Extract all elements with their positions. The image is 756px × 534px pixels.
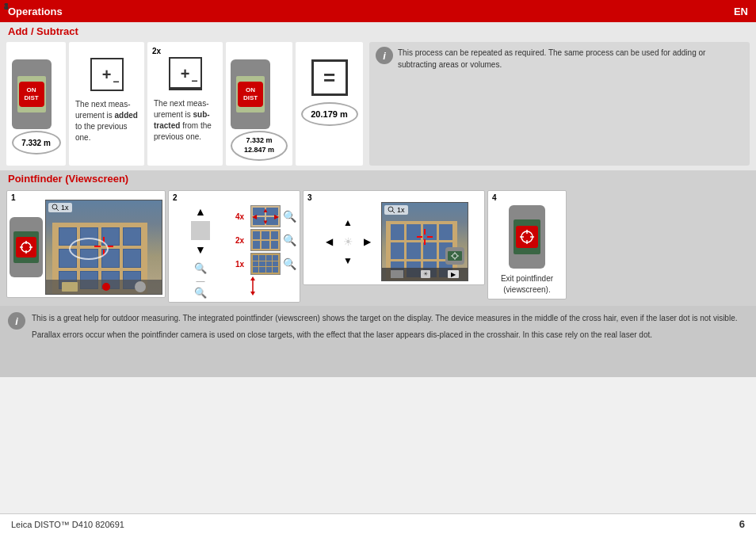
pointfinder-title: Pointfinder (Viewscreen) bbox=[8, 173, 748, 185]
add-subtract-steps: 1 ON DIST 7.332 m + bbox=[6, 42, 750, 166]
center-cross bbox=[191, 221, 210, 240]
add-subtract-section-header: Add / Subtract bbox=[0, 22, 756, 39]
arrow-right-3[interactable]: ▶ bbox=[357, 232, 376, 251]
pf-step-3-number: 3 bbox=[307, 193, 312, 202]
pf-step-4: 4 bbox=[487, 190, 567, 299]
device-screen-1: ON DIST bbox=[17, 76, 46, 113]
plus-icon-box: + − bbox=[90, 58, 124, 91]
mini-device-in-camera bbox=[445, 247, 464, 265]
sun-icon: ☀ bbox=[338, 232, 357, 251]
arrow-down-3[interactable]: ▼ bbox=[338, 251, 357, 270]
step-2-content: + − bbox=[90, 58, 124, 91]
add-subtract-section: 1 ON DIST 7.332 m + bbox=[0, 39, 756, 170]
device-screen-3: ON DIST bbox=[236, 76, 265, 113]
zoom-2x-row: 2x 🔍 bbox=[235, 229, 296, 251]
pointfinder-info-texts: This is a great help for outdoor measuri… bbox=[32, 312, 737, 341]
svg-marker-12 bbox=[250, 292, 255, 296]
header-title: Operations bbox=[8, 6, 63, 17]
target-icon-1 bbox=[16, 237, 36, 257]
arrow-up[interactable]: ▲ bbox=[191, 202, 210, 221]
target-svg-1 bbox=[18, 239, 34, 255]
pointfinder-info-box: i This is a great help for outdoor measu… bbox=[0, 306, 756, 377]
svg-line-19 bbox=[392, 211, 395, 213]
camera-controls-bar-3: ☀ ▶ bbox=[382, 268, 468, 280]
add-subtract-title: Add / Subtract bbox=[0, 22, 756, 39]
pf-device-1 bbox=[10, 217, 43, 277]
page-header: Operations EN bbox=[0, 0, 756, 22]
step-4-box: 4 = 20.179 m bbox=[296, 42, 363, 166]
step-2-box: + − The next meas-urement is added to th… bbox=[69, 42, 144, 166]
pf-step-1: 1 bbox=[6, 190, 166, 298]
footer-model: Leica DISTO™ D410 820691 bbox=[11, 520, 124, 529]
pf-device-screen-1 bbox=[13, 231, 39, 263]
svg-marker-11 bbox=[250, 277, 255, 280]
zoom-1x-row: 1x 🔍 bbox=[235, 253, 296, 275]
info-icon-2: i bbox=[8, 312, 25, 330]
arrow-down[interactable]: ▼ bbox=[191, 240, 210, 259]
arrow-cross-2: ▲ ▼ 🔍 — 🔍 bbox=[172, 202, 229, 299]
camera-crosshair-3 bbox=[417, 229, 433, 246]
step-4-number: 4 bbox=[4, 2, 9, 11]
on-dist-btn-3: ON DIST bbox=[238, 82, 263, 107]
device-illus-3: ON DIST bbox=[231, 59, 270, 129]
step-3-box: 3 ON DIST 7.332 m 12.847 m bbox=[226, 42, 292, 166]
result-bubble: 20.179 m bbox=[301, 102, 358, 126]
zoom-4x-thumb: ◀ ▶ ▲ ▼ bbox=[250, 205, 281, 227]
svg-line-10 bbox=[56, 208, 59, 211]
pf-step-3: 3 ▲ ◀ ☀ ▶ ▼ bbox=[303, 190, 485, 285]
zoom-1x-thumb bbox=[250, 253, 281, 275]
zoom-indicator-1: 1x bbox=[48, 203, 72, 212]
target-icon-4 bbox=[516, 226, 538, 248]
pf-step-2-number: 2 bbox=[173, 193, 178, 202]
search-icon-4x: 🔍 bbox=[283, 210, 296, 223]
pf-step-1-number: 1 bbox=[11, 193, 16, 202]
add-subtract-info-text: This process can be repeated as required… bbox=[398, 47, 743, 71]
pf-step-1-content: 1x bbox=[10, 200, 162, 295]
search-icon-2x: 🔍 bbox=[283, 234, 296, 246]
step-1-box: 1 ON DIST 7.332 m bbox=[6, 42, 66, 166]
step-4-content: = 20.179 m bbox=[301, 59, 358, 126]
pointfinder-info-text-2: Parallax errors occur when the pointfind… bbox=[32, 329, 737, 341]
zoom-indicator-3: 1x bbox=[384, 205, 408, 215]
step-2b-box: 2x + − The next meas-urement is sub-trac… bbox=[147, 42, 223, 166]
pf-step-3-content: ▲ ◀ ☀ ▶ ▼ bbox=[319, 202, 468, 281]
magnify-controls: 🔍 — 🔍 bbox=[194, 262, 207, 299]
page-footer: Leica DISTO™ D410 820691 6 bbox=[0, 513, 756, 534]
pf-device-4 bbox=[509, 205, 545, 269]
zoom-out-icon[interactable]: 🔍 bbox=[194, 287, 207, 299]
pf-step-4-number: 4 bbox=[492, 193, 497, 202]
camera-view-3: 1x ☀ ▶ bbox=[381, 202, 468, 281]
zoom-2x-thumb bbox=[250, 229, 281, 251]
svg-point-20 bbox=[452, 254, 457, 258]
exit-text: Exit pointfinder (viewscreen). bbox=[491, 273, 563, 296]
pf-step-2-content: ▲ ▼ 🔍 — 🔍 bbox=[172, 202, 296, 299]
pointfinder-steps: 1 bbox=[0, 187, 756, 306]
info-icon-1: i bbox=[376, 47, 393, 64]
step-3-device: ON DIST 7.332 m 12.847 m bbox=[231, 59, 288, 161]
device-illus-1: ON DIST bbox=[12, 59, 52, 129]
arrow-right[interactable] bbox=[210, 221, 229, 240]
arrow-up-3[interactable]: ▲ bbox=[338, 213, 357, 232]
equals-icon: = bbox=[311, 59, 348, 96]
footer-page: 6 bbox=[739, 518, 745, 530]
header-lang: EN bbox=[734, 6, 748, 17]
measurement-bubble-1: 7.332 m bbox=[12, 131, 61, 154]
divider-line: — bbox=[197, 276, 205, 285]
pf-step-4-content bbox=[509, 205, 545, 269]
step-2b-text: The next meas-urement is sub-tracted fro… bbox=[152, 95, 218, 146]
pointfinder-section: 1 bbox=[0, 187, 756, 377]
zoom-in-icon[interactable]: 🔍 bbox=[194, 262, 207, 274]
arrow-left[interactable] bbox=[172, 221, 191, 240]
step-1-device: ON DIST 7.332 m bbox=[12, 59, 61, 154]
arrow-left-3[interactable]: ◀ bbox=[319, 232, 338, 251]
zoom-thumb-list: 4x ◀ ▶ ▲ ▼ 🔍 bbox=[235, 205, 296, 296]
pf-screen-4 bbox=[514, 219, 540, 254]
underline-bar bbox=[170, 87, 200, 90]
camera-view-1: 1x bbox=[45, 200, 162, 295]
2x-label: 2x bbox=[152, 47, 161, 55]
pointfinder-info-text-1: This is a great help for outdoor measuri… bbox=[32, 312, 737, 324]
measurement-bubble-3: 7.332 m 12.847 m bbox=[231, 131, 288, 161]
pf-step-2: 2 ▲ ▼ 🔍 — 🔍 bbox=[168, 190, 300, 303]
zoom-selected-indicator bbox=[250, 277, 296, 296]
search-icon-1x: 🔍 bbox=[283, 257, 296, 270]
